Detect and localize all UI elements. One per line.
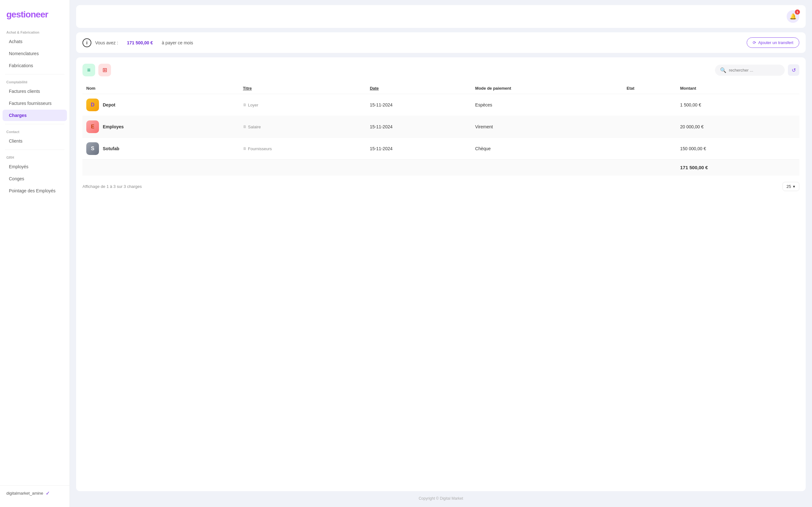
- cell-mode-paiement: Chèque: [471, 138, 623, 160]
- cell-date: 15-11-2024: [366, 138, 471, 160]
- cell-etat: [623, 138, 676, 160]
- cell-date: 15-11-2024: [366, 116, 471, 138]
- toolbar-left: ≡ ⊞: [83, 64, 111, 76]
- logo: gestioneer: [0, 6, 69, 27]
- table-header-row: Nom Titre Date Mode de paiement Etat Mon…: [83, 83, 799, 94]
- sidebar-item-conges[interactable]: Conges: [3, 173, 67, 184]
- cell-etat: [623, 116, 676, 138]
- grid-icon: ⊞: [102, 66, 107, 73]
- sidebar: gestioneer Achat & Fabrication Achats No…: [0, 0, 70, 507]
- row-avatar: E: [86, 120, 99, 133]
- sidebar-footer: digitalmarket_amine ✓: [0, 486, 69, 501]
- pagination-info: Affichage de 1 à 3 sur 3 charges: [83, 184, 142, 189]
- notification-button[interactable]: 🔔 1: [786, 10, 799, 23]
- table-row[interactable]: S Sotufab 🗎 Fournisseurs 15-11-2024 Chèq…: [83, 138, 799, 160]
- doc-icon: 🗎: [243, 147, 247, 151]
- search-icon: 🔍: [720, 67, 726, 73]
- divider-2: [5, 124, 64, 124]
- cell-mode-paiement: Virement: [471, 116, 623, 138]
- list-view-button[interactable]: ≡: [83, 64, 95, 76]
- cell-nom: E Employes: [83, 116, 239, 138]
- grid-view-button[interactable]: ⊞: [98, 64, 111, 76]
- charges-table: Nom Titre Date Mode de paiement Etat Mon…: [83, 83, 799, 176]
- sidebar-item-factures-clients[interactable]: Factures clients: [3, 86, 67, 97]
- total-amount: 171 500,00 €: [676, 160, 799, 176]
- copyright: Copyright © Digital Market: [76, 491, 806, 502]
- row-name: Depot: [103, 102, 115, 107]
- cell-etat: [623, 94, 676, 116]
- main-content: 🔔 1 i Vous avez : 171 500,00 € à payer c…: [70, 0, 812, 507]
- doc-icon: 🗎: [243, 124, 247, 129]
- table-row[interactable]: D Depot 🗎 Loyer 15-11-2024 Espèces 1 500…: [83, 94, 799, 116]
- header-bar: 🔔 1: [76, 5, 806, 28]
- sidebar-item-clients[interactable]: Clients: [3, 135, 67, 147]
- search-wrapper: 🔍: [715, 65, 785, 76]
- table-card: ≡ ⊞ 🔍 ↺ Nom Titre: [76, 57, 806, 491]
- row-titre: Fournisseurs: [248, 147, 272, 151]
- sidebar-item-factures-fournisseurs[interactable]: Factures fournisseurs: [3, 98, 67, 109]
- refresh-button[interactable]: ↺: [788, 64, 799, 76]
- cell-mode-paiement: Espèces: [471, 94, 623, 116]
- logo-text: gestioneer: [6, 9, 48, 19]
- sidebar-item-achats[interactable]: Achats: [3, 36, 67, 47]
- cell-montant: 150 000,00 €: [676, 138, 799, 160]
- total-row: 171 500,00 €: [83, 160, 799, 176]
- info-text-after: à payer ce mois: [162, 40, 193, 45]
- cell-nom: S Sotufab: [83, 138, 239, 160]
- col-montant: Montant: [676, 83, 799, 94]
- section-label-contact: Contact: [0, 127, 69, 135]
- chevron-down-icon: ▾: [793, 184, 795, 189]
- cell-titre: 🗎 Fournisseurs: [239, 138, 366, 160]
- row-name: Employes: [103, 124, 124, 129]
- divider-3: [5, 150, 64, 150]
- row-titre: Salaire: [248, 124, 261, 129]
- search-input[interactable]: [729, 68, 780, 72]
- section-label-grh: GRH: [0, 153, 69, 161]
- info-text-before: Vous avez :: [95, 40, 118, 45]
- toolbar-right: 🔍 ↺: [715, 64, 799, 76]
- cell-montant: 20 000,00 €: [676, 116, 799, 138]
- col-titre: Titre: [239, 83, 366, 94]
- notification-badge: 1: [795, 9, 800, 14]
- sidebar-item-pointage[interactable]: Pointage des Employés: [3, 185, 67, 196]
- cell-montant: 1 500,00 €: [676, 94, 799, 116]
- list-icon: ≡: [87, 67, 91, 73]
- col-nom: Nom: [83, 83, 239, 94]
- col-mode-paiement: Mode de paiement: [471, 83, 623, 94]
- total-label: [83, 160, 676, 176]
- row-avatar: S: [86, 142, 99, 155]
- cell-date: 15-11-2024: [366, 94, 471, 116]
- row-titre: Loyer: [248, 103, 258, 107]
- info-amount: 171 500,00 €: [127, 40, 153, 45]
- info-icon: i: [83, 38, 91, 47]
- row-avatar: D: [86, 99, 99, 111]
- sidebar-item-nomenclatures[interactable]: Nomenclatures: [3, 48, 67, 59]
- per-page-value: 25: [786, 184, 791, 189]
- add-transfer-button[interactable]: ⟳ Ajouter un transfert: [747, 38, 799, 48]
- section-label-comptabilite: Comptabilité: [0, 77, 69, 85]
- table-row[interactable]: E Employes 🗎 Salaire 15-11-2024 Virement…: [83, 116, 799, 138]
- verified-icon: ✓: [46, 490, 50, 496]
- sidebar-item-fabrications[interactable]: Fabrications: [3, 60, 67, 71]
- transfer-icon: ⟳: [753, 40, 756, 45]
- toolbar: ≡ ⊞ 🔍 ↺: [83, 64, 799, 76]
- row-name: Sotufab: [103, 146, 119, 151]
- section-label-achat: Achat & Fabrication: [0, 27, 69, 36]
- sidebar-item-charges[interactable]: Charges: [3, 110, 67, 121]
- bell-icon: 🔔: [790, 13, 797, 20]
- info-bar: i Vous avez : 171 500,00 € à payer ce mo…: [76, 32, 806, 53]
- cell-nom: D Depot: [83, 94, 239, 116]
- sidebar-item-employes[interactable]: Employés: [3, 161, 67, 172]
- username-label: digitalmarket_amine: [6, 491, 43, 496]
- cell-titre: 🗎 Loyer: [239, 94, 366, 116]
- col-date: Date: [366, 83, 471, 94]
- doc-icon: 🗎: [243, 103, 247, 107]
- add-transfer-label: Ajouter un transfert: [758, 40, 793, 45]
- per-page-selector[interactable]: 25 ▾: [782, 182, 799, 191]
- cell-titre: 🗎 Salaire: [239, 116, 366, 138]
- divider-1: [5, 74, 64, 74]
- refresh-icon: ↺: [792, 67, 796, 73]
- table-footer: Affichage de 1 à 3 sur 3 charges 25 ▾: [83, 182, 799, 191]
- col-etat: Etat: [623, 83, 676, 94]
- info-bar-text: i Vous avez : 171 500,00 € à payer ce mo…: [83, 38, 193, 47]
